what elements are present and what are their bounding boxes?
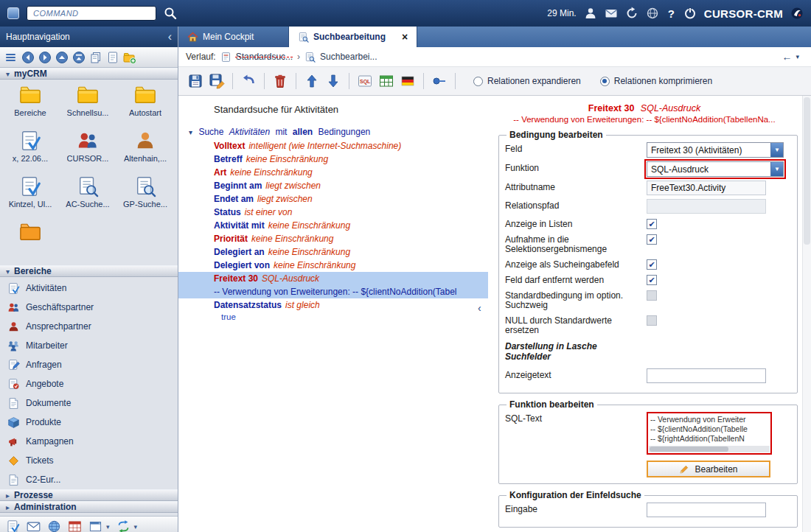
sidebar-item-c2-eur[interactable]: C2-Eur... <box>0 470 178 489</box>
refresh-icon[interactable] <box>625 7 638 20</box>
bearbeiten-button[interactable]: Bearbeiten <box>647 461 770 477</box>
sidebar-item-anfragen[interactable]: Anfragen <box>0 355 178 374</box>
radio-relationen-expandieren[interactable]: Relationen expandieren <box>473 76 581 86</box>
radio-button-icon[interactable] <box>473 77 483 86</box>
result-table-icon[interactable] <box>378 73 394 89</box>
grid-item-gp-suche[interactable]: GP-Suche... <box>116 174 174 220</box>
undo-icon[interactable] <box>240 73 257 89</box>
mail-icon[interactable] <box>605 7 618 20</box>
aufnahme-in-die-selektionsergebnismenge-checkbox[interactable]: ✔ <box>647 234 657 245</box>
move-down-icon[interactable] <box>325 73 341 89</box>
paste-icon[interactable] <box>106 51 119 64</box>
network-icon[interactable] <box>47 519 61 532</box>
sync-dropdown-icon[interactable]: ▾ <box>134 523 138 531</box>
tree-row-beginnt-am[interactable]: Beginnt amliegt zwischen <box>178 179 488 192</box>
attributname-input[interactable] <box>647 181 766 195</box>
grid-item-schnellsu[interactable]: Schnellsu... <box>59 83 116 128</box>
help-button[interactable]: ? <box>666 7 676 20</box>
pin-icon[interactable] <box>431 73 448 89</box>
eingabe-input[interactable] <box>647 503 766 517</box>
vertical-scrollbar[interactable] <box>802 96 811 532</box>
tab-mein-cockpit[interactable]: Mein Cockpit <box>178 27 289 47</box>
window-icon[interactable] <box>88 519 102 532</box>
section-header-mycrm[interactable]: ▾myCRM <box>0 68 178 80</box>
nav-top-icon[interactable] <box>72 51 86 64</box>
splitter-collapse-icon[interactable]: ‹ <box>478 302 481 314</box>
delete-icon[interactable] <box>272 73 288 89</box>
tab-suchbearbeitung[interactable]: Suchbearbeitung × <box>289 27 417 47</box>
scrollbar-thumb[interactable] <box>650 447 728 452</box>
menu-icon[interactable] <box>4 51 18 64</box>
grid-item-x-22-06[interactable]: x, 22.06... <box>1 128 59 174</box>
feld-darf-entfernt-werden-checkbox[interactable]: ✔ <box>647 275 657 285</box>
sidebar-item-dokumente[interactable]: Dokumente <box>0 393 178 413</box>
anzeige-in-listen-checkbox[interactable]: ✔ <box>647 219 657 229</box>
nav-back-icon[interactable] <box>21 51 35 64</box>
sync-icon[interactable] <box>116 519 130 532</box>
tree-row-delegiert-an[interactable]: Delegiert ankeine Einschränkung <box>178 245 488 259</box>
sidebar-item-angebote[interactable]: Angebote <box>0 374 178 393</box>
tree-row-delegiert-von[interactable]: Delegiert vonkeine Einschränkung <box>178 259 488 272</box>
user-icon[interactable] <box>584 7 597 20</box>
sql-text-area[interactable]: -- Verwendung von Erweiter-- ${clientNoA… <box>647 412 772 455</box>
anzeige-als-sucheingabefeld-checkbox[interactable]: ✔ <box>647 259 657 270</box>
feld-combobox[interactable]: Freitext 30 (Aktivitäten)▼ <box>647 142 784 158</box>
anzeigetext-input[interactable] <box>647 368 766 383</box>
tree-row-art[interactable]: Artkeine Einschränkung <box>178 166 488 179</box>
tree-row-subtext[interactable]: -- Verwendung von Erweiterungen: -- ${cl… <box>178 285 488 298</box>
section-header-administration[interactable]: ▸Administration <box>0 501 178 513</box>
combobox-arrow-icon[interactable]: ▼ <box>770 162 783 176</box>
save-icon[interactable] <box>187 73 203 89</box>
nav-up-icon[interactable] <box>55 51 69 64</box>
save-as-icon[interactable] <box>209 73 225 89</box>
radio-relationen-komprimieren[interactable]: Relationen komprimieren <box>600 76 712 86</box>
tree-expander-icon[interactable]: ▾ <box>189 128 192 136</box>
sidebar-item-ansprechpartner[interactable]: Ansprechpartner <box>0 317 178 336</box>
tab-close-icon[interactable]: × <box>402 32 408 42</box>
sql-view-icon[interactable]: SQL <box>357 73 373 89</box>
search-icon[interactable] <box>164 7 177 20</box>
calendar-table-icon[interactable] <box>68 519 82 532</box>
language-flag-icon[interactable] <box>400 73 416 89</box>
sidebar-item-gesch-ftspartner[interactable]: Geschäftspartner <box>0 298 178 317</box>
combobox-arrow-icon[interactable]: ▼ <box>770 143 783 157</box>
sidebar-item-produkte[interactable]: Produkte <box>0 413 178 432</box>
sidebar-item-tickets[interactable]: Tickets <box>0 451 178 470</box>
globe-icon[interactable] <box>646 7 659 20</box>
tree-row-endet-am[interactable]: Endet amliegt zwischen <box>178 192 488 206</box>
sidebar-item-aktivit-ten[interactable]: Aktivitäten <box>0 279 178 298</box>
power-icon[interactable] <box>683 7 697 20</box>
new-folder-icon[interactable] <box>123 51 136 64</box>
command-input[interactable] <box>27 6 156 21</box>
radio-button-icon[interactable] <box>600 77 610 86</box>
tree-root-node[interactable]: ▾ Suche Aktivitäten mit allen Bedingunge… <box>189 127 488 137</box>
grid-item-autostart[interactable]: Autostart <box>116 83 174 128</box>
section-header-bereiche[interactable]: ▾Bereiche <box>0 265 178 277</box>
scrollbar-thumb[interactable] <box>804 97 810 245</box>
grid-item-folder-orange[interactable] <box>1 220 59 265</box>
grid-item-ac-suche[interactable]: AC-Suche... <box>59 174 116 220</box>
tree-row-datensatzstatus[interactable]: Datensatzstatusist gleich <box>178 298 488 312</box>
tree-row-volltext[interactable]: Volltextintelligent (wie Internet-Suchma… <box>178 139 488 153</box>
window-dropdown-icon[interactable]: ▾ <box>106 523 110 531</box>
funktion-combobox[interactable]: SQL-Ausdruck▼ <box>647 161 784 177</box>
tree-row-freitext-30[interactable]: Freitext 30SQL-Ausdruck <box>178 272 488 285</box>
bottom-mail-icon[interactable] <box>27 519 41 532</box>
breadcrumb-item-standardsuche[interactable]: Standardsuc... <box>236 52 293 62</box>
section-header-prozesse[interactable]: ▸Prozesse <box>0 489 178 501</box>
move-up-icon[interactable] <box>304 73 320 89</box>
tasks-icon[interactable] <box>6 519 20 532</box>
tree-row-status[interactable]: Statusist einer von <box>178 206 488 219</box>
sidebar-item-kampagnen[interactable]: Kampagnen <box>0 432 178 451</box>
history-dropdown-icon[interactable]: ▾ <box>796 53 799 60</box>
history-back-icon[interactable]: ← <box>782 51 792 63</box>
tree-row-priorit-t[interactable]: Prioritätkeine Einschränkung <box>178 232 488 245</box>
app-icon[interactable] <box>7 7 19 19</box>
grid-item-kintzel-ul[interactable]: Kintzel, Ul... <box>1 174 59 220</box>
sidebar-item-mitarbeiter[interactable]: Mitarbeiter <box>0 336 178 355</box>
grid-item-altenhain[interactable]: Altenhain,... <box>116 128 174 174</box>
copy-icon[interactable] <box>89 51 102 64</box>
tree-row-aktivit-t-mit[interactable]: Aktivität mitkeine Einschränkung <box>178 219 488 232</box>
sql-horizontal-scrollbar[interactable] <box>649 446 770 452</box>
grid-item-bereiche[interactable]: Bereiche <box>1 83 59 128</box>
